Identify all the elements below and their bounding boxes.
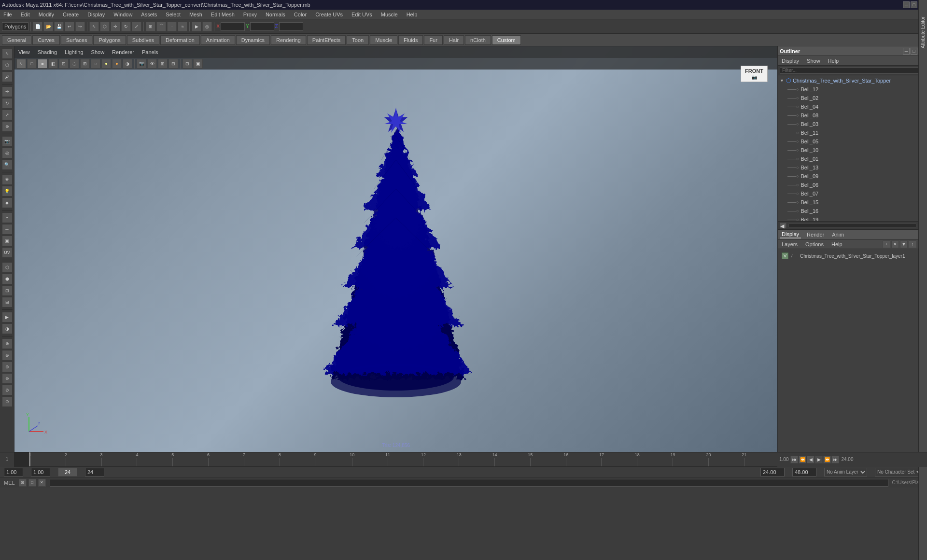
expand-icon[interactable]: ▼ xyxy=(780,78,784,83)
tab-subdives[interactable]: Subdives xyxy=(127,35,159,45)
menu-edit[interactable]: Edit xyxy=(19,11,31,18)
extra-tool-5[interactable]: ⊘ xyxy=(2,385,13,395)
menu-create[interactable]: Create xyxy=(61,11,80,18)
move-tool-button[interactable]: ✛ xyxy=(111,22,120,31)
cb-tab-render[interactable]: Render xyxy=(805,231,826,238)
timeline-track[interactable]: 12345678910111213141516171819202122 xyxy=(29,452,777,466)
material-tool[interactable]: ◆ xyxy=(2,197,13,208)
menu-file[interactable]: File xyxy=(2,11,14,18)
mode-selector[interactable]: Polygons xyxy=(2,22,28,31)
menu-color[interactable]: Color xyxy=(293,11,308,18)
face-select[interactable]: ▣ xyxy=(2,236,13,246)
maximize-button[interactable]: □ xyxy=(911,1,917,8)
outliner-item-bell19[interactable]: ——○ Bell_19 xyxy=(778,215,927,221)
layer-add-btn[interactable]: + xyxy=(883,240,890,248)
vp-menu-show[interactable]: Show xyxy=(89,49,107,56)
lasso-select-tool[interactable]: ⬡ xyxy=(2,60,13,70)
z-input[interactable] xyxy=(279,22,303,31)
mel-shortcut3[interactable]: ✕ xyxy=(38,479,46,487)
go-end-btn[interactable]: ⏭ xyxy=(831,456,839,463)
outliner-search-input[interactable] xyxy=(780,67,925,74)
poly-tool-3[interactable]: ⊡ xyxy=(2,285,13,296)
poly-tool-1[interactable]: ⬡ xyxy=(2,262,13,273)
outliner-maximize-btn[interactable]: □ xyxy=(911,48,917,55)
cb-menu-options[interactable]: Options xyxy=(803,241,826,248)
poly-tool-4[interactable]: ⊞ xyxy=(2,297,13,308)
outliner-menu-show[interactable]: Show xyxy=(805,57,822,64)
layer-row-tree[interactable]: V / Christmas_Tree_with_Silver_Star_Topp… xyxy=(780,251,925,261)
layer-visibility-toggle[interactable]: V xyxy=(782,252,788,259)
layer-delete-btn[interactable]: ✕ xyxy=(891,240,899,248)
layer-up-btn[interactable]: ↑ xyxy=(909,240,916,248)
outliner-item-bell01[interactable]: ——○ Bell_01 xyxy=(778,154,927,163)
x-input[interactable] xyxy=(221,22,245,31)
viewport[interactable]: View Shading Lighting Show Renderer Pane… xyxy=(14,46,777,452)
tab-toon[interactable]: Toon xyxy=(347,35,369,45)
universal-manip-tool[interactable]: ⊕ xyxy=(2,121,13,132)
outliner-item-bell13[interactable]: ——○ Bell_13 xyxy=(778,163,927,172)
tab-general[interactable]: General xyxy=(2,35,31,45)
outliner-item-bell10[interactable]: ——○ Bell_10 xyxy=(778,146,927,154)
menu-window[interactable]: Window xyxy=(112,11,134,18)
vp-menu-shading[interactable]: Shading xyxy=(36,49,59,56)
tab-hair[interactable]: Hair xyxy=(444,35,464,45)
outliner-item-bell08[interactable]: ——○ Bell_08 xyxy=(778,111,927,120)
edge-select[interactable]: ─ xyxy=(2,224,13,235)
extra-tool-4[interactable]: ⊖ xyxy=(2,373,13,384)
outliner-menu-help[interactable]: Help xyxy=(826,57,841,64)
menu-mesh[interactable]: Mesh xyxy=(188,11,204,18)
vp-menu-renderer[interactable]: Renderer xyxy=(110,49,136,56)
lasso-tool-button[interactable]: ⬡ xyxy=(100,22,110,31)
tab-rendering[interactable]: Rendering xyxy=(271,35,306,45)
zoom-tool[interactable]: 🔍 xyxy=(2,159,13,170)
range-end-display[interactable]: 24.00 xyxy=(760,468,785,476)
undo-button[interactable]: ↩ xyxy=(65,22,74,31)
cb-tab-display[interactable]: Display xyxy=(780,231,801,238)
anim-layer-select[interactable]: No Anim Layer xyxy=(824,468,867,476)
outliner-item-bell12[interactable]: ——○ Bell_12 xyxy=(778,85,927,94)
vertex-select[interactable]: • xyxy=(2,212,13,223)
snap-grid-button[interactable]: ⊞ xyxy=(146,22,155,31)
step-fwd-btn[interactable]: ⏩ xyxy=(823,456,831,463)
outliner-item-bell09[interactable]: ——○ Bell_09 xyxy=(778,172,927,181)
redo-button[interactable]: ↪ xyxy=(75,22,85,31)
play-back-btn[interactable]: ◀ xyxy=(807,456,815,463)
menu-assets[interactable]: Assets xyxy=(140,11,158,18)
vp-menu-lighting[interactable]: Lighting xyxy=(63,49,85,56)
scale-tool-button[interactable]: ⤢ xyxy=(132,22,141,31)
snap-curve-button[interactable]: ⌒ xyxy=(156,22,166,31)
show-hide-tool[interactable]: 👁 xyxy=(2,174,13,185)
tab-fur[interactable]: Fur xyxy=(424,35,443,45)
tab-surfaces[interactable]: Surfaces xyxy=(61,35,92,45)
poly-tool-2[interactable]: ⬢ xyxy=(2,274,13,284)
anim-start-input[interactable]: 1.00 xyxy=(31,468,50,476)
snap-point-button[interactable]: · xyxy=(167,22,177,31)
tab-deformation[interactable]: Deformation xyxy=(160,35,200,45)
select-tool-button[interactable]: ↖ xyxy=(89,22,99,31)
move-tool[interactable]: ✛ xyxy=(2,86,13,97)
cb-tab-anim[interactable]: Anim xyxy=(830,231,846,238)
menu-edit-mesh[interactable]: Edit Mesh xyxy=(210,11,236,18)
tab-muscle[interactable]: Muscle xyxy=(370,35,397,45)
minimize-button[interactable]: ─ xyxy=(903,1,910,8)
menu-normals[interactable]: Normals xyxy=(264,11,287,18)
rotate-tool-button[interactable]: ↻ xyxy=(121,22,131,31)
tab-animation[interactable]: Animation xyxy=(201,35,235,45)
outliner-menu-display[interactable]: Display xyxy=(780,57,801,64)
paint-select-tool[interactable]: 🖌 xyxy=(2,71,13,82)
render-preview-tool[interactable]: ▶ xyxy=(2,312,13,322)
current-time-input[interactable]: 1.00 xyxy=(4,468,23,476)
menu-modify[interactable]: Modify xyxy=(37,11,56,18)
go-start-btn[interactable]: ⏮ xyxy=(790,456,798,463)
camera-tool[interactable]: 📷 xyxy=(2,136,13,147)
outliner-item-bell15[interactable]: ——○ Bell_15 xyxy=(778,198,927,207)
y-input[interactable] xyxy=(250,22,274,31)
vp-menu-panels[interactable]: Panels xyxy=(140,49,160,56)
outliner-item-bell02[interactable]: ——○ Bell_02 xyxy=(778,94,927,102)
tab-curves[interactable]: Curves xyxy=(32,35,60,45)
open-file-button[interactable]: 📂 xyxy=(43,22,53,31)
play-fwd-btn[interactable]: ▶ xyxy=(815,456,823,463)
range-end2-display[interactable]: 48.00 xyxy=(792,468,816,476)
extra-tool-1[interactable]: ⊗ xyxy=(2,338,13,349)
cb-menu-layers[interactable]: Layers xyxy=(780,241,800,248)
